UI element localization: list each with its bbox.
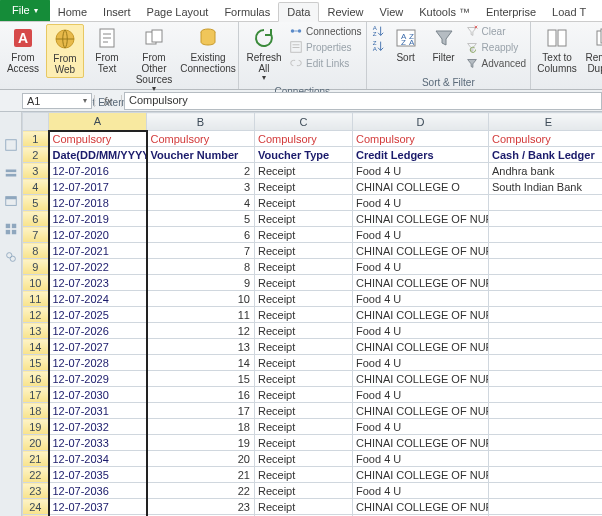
cell[interactable] <box>489 195 603 211</box>
cell[interactable] <box>489 419 603 435</box>
cell[interactable]: Receipt <box>255 275 353 291</box>
cell[interactable] <box>489 339 603 355</box>
cell[interactable]: 19 <box>147 435 255 451</box>
tab-enterprise[interactable]: Enterprise <box>478 3 544 21</box>
cell[interactable]: 12-07-2033 <box>49 435 147 451</box>
remove-duplicates-button[interactable]: Remove Duplica <box>583 24 602 76</box>
col-header-B[interactable]: B <box>147 113 255 131</box>
row-header[interactable]: 7 <box>23 227 49 243</box>
cell[interactable]: 12-07-2037 <box>49 499 147 515</box>
row-header[interactable]: 8 <box>23 243 49 259</box>
cell[interactable]: 12-07-2031 <box>49 403 147 419</box>
cell[interactable]: Receipt <box>255 179 353 195</box>
row-header[interactable]: 9 <box>23 259 49 275</box>
cell[interactable]: 5 <box>147 211 255 227</box>
cell[interactable]: Receipt <box>255 387 353 403</box>
cell[interactable]: Receipt <box>255 163 353 179</box>
clear-button[interactable]: Clear <box>465 24 526 38</box>
cell[interactable] <box>489 227 603 243</box>
row-header[interactable]: 18 <box>23 403 49 419</box>
cell[interactable]: Receipt <box>255 339 353 355</box>
cell[interactable]: 10 <box>147 291 255 307</box>
cell[interactable] <box>489 483 603 499</box>
cell[interactable]: Food 4 U <box>353 163 489 179</box>
cell[interactable]: 12-07-2018 <box>49 195 147 211</box>
row-header[interactable]: 19 <box>23 419 49 435</box>
cell[interactable] <box>489 499 603 515</box>
cell[interactable]: CHINAI COLLEGE OF NURSING <box>353 499 489 515</box>
cell[interactable]: 12-07-2025 <box>49 307 147 323</box>
cell[interactable]: CHINAI COLLEGE OF NURSING <box>353 275 489 291</box>
cell[interactable]: Receipt <box>255 307 353 323</box>
cell[interactable]: South Indian Bank <box>489 179 603 195</box>
cell[interactable]: 15 <box>147 371 255 387</box>
cell[interactable]: 4 <box>147 195 255 211</box>
advanced-button[interactable]: Advanced <box>465 56 526 70</box>
cell[interactable]: CHINAI COLLEGE OF NURSING <box>353 467 489 483</box>
name-box[interactable]: A1▾ <box>22 93 92 109</box>
cell[interactable] <box>489 403 603 419</box>
sort-button[interactable]: AZZASort <box>389 24 423 65</box>
cell[interactable]: Receipt <box>255 291 353 307</box>
row-header[interactable]: 4 <box>23 179 49 195</box>
cell[interactable]: 23 <box>147 499 255 515</box>
cell[interactable]: 12-07-2034 <box>49 451 147 467</box>
from-text-button[interactable]: From Text <box>88 24 126 76</box>
tab-formulas[interactable]: Formulas <box>216 3 278 21</box>
row-header[interactable]: 10 <box>23 275 49 291</box>
cell[interactable]: 12-07-2024 <box>49 291 147 307</box>
cell[interactable]: 12-07-2026 <box>49 323 147 339</box>
cell[interactable] <box>489 355 603 371</box>
select-all-corner[interactable] <box>23 113 49 131</box>
row-header[interactable]: 24 <box>23 499 49 515</box>
row-header[interactable]: 3 <box>23 163 49 179</box>
cell[interactable] <box>489 243 603 259</box>
row-header[interactable]: 5 <box>23 195 49 211</box>
cell[interactable]: CHINAI COLLEGE OF NURSING <box>353 339 489 355</box>
cell[interactable]: 12-07-2020 <box>49 227 147 243</box>
cell[interactable]: Food 4 U <box>353 323 489 339</box>
cell[interactable]: Receipt <box>255 323 353 339</box>
fx-icon[interactable]: fx <box>94 95 122 107</box>
cell[interactable]: Date(DD/MM/YYYY) <box>49 147 147 163</box>
row-header[interactable]: 2 <box>23 147 49 163</box>
cell[interactable]: Food 4 U <box>353 483 489 499</box>
gutter-icon[interactable] <box>4 250 18 264</box>
row-header[interactable]: 6 <box>23 211 49 227</box>
gutter-icon[interactable] <box>4 138 18 152</box>
cell[interactable] <box>489 451 603 467</box>
cell[interactable]: 12-07-2036 <box>49 483 147 499</box>
cell[interactable]: Receipt <box>255 435 353 451</box>
sort-asc-button[interactable]: AZ <box>371 24 385 38</box>
cell[interactable]: Food 4 U <box>353 195 489 211</box>
cell[interactable] <box>489 291 603 307</box>
refresh-all-button[interactable]: Refresh All▾ <box>243 24 285 85</box>
cell[interactable]: Food 4 U <box>353 419 489 435</box>
cell[interactable]: 8 <box>147 259 255 275</box>
cell[interactable]: 21 <box>147 467 255 483</box>
cell[interactable]: Food 4 U <box>353 227 489 243</box>
gutter-icon[interactable] <box>4 222 18 236</box>
cell[interactable]: Voucher Type <box>255 147 353 163</box>
cell[interactable]: 12-07-2017 <box>49 179 147 195</box>
cell[interactable] <box>489 259 603 275</box>
col-header-A[interactable]: A <box>49 113 147 131</box>
cell[interactable]: Food 4 U <box>353 355 489 371</box>
cell[interactable]: 13 <box>147 339 255 355</box>
cell[interactable]: 12-07-2032 <box>49 419 147 435</box>
cell[interactable] <box>489 211 603 227</box>
cell[interactable]: Receipt <box>255 451 353 467</box>
row-header[interactable]: 17 <box>23 387 49 403</box>
cell[interactable] <box>489 323 603 339</box>
from-other-sources-button[interactable]: From Other Sources▾ <box>130 24 178 96</box>
gutter-icon[interactable] <box>4 166 18 180</box>
cell[interactable] <box>489 275 603 291</box>
cell[interactable]: 3 <box>147 179 255 195</box>
cell[interactable]: 6 <box>147 227 255 243</box>
cell[interactable]: Receipt <box>255 227 353 243</box>
text-to-columns-button[interactable]: Text to Columns <box>535 24 579 76</box>
col-header-E[interactable]: E <box>489 113 603 131</box>
cell[interactable]: Voucher Number <box>147 147 255 163</box>
tab-data[interactable]: Data <box>278 2 319 22</box>
cell[interactable]: Compulsory <box>49 131 147 147</box>
